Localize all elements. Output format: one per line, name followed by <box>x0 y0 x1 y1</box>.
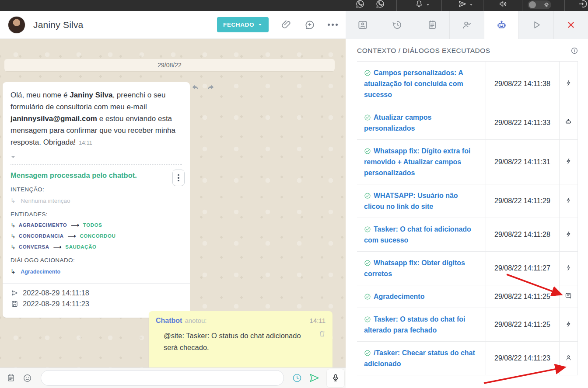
row-datetime: 29/08/22 14:11:25 <box>486 285 559 308</box>
dialog-link[interactable]: Campos personalizados: A atualização foi… <box>364 69 463 98</box>
tab-history[interactable] <box>380 11 415 39</box>
audio-record-button[interactable] <box>327 369 344 387</box>
new-note-icon[interactable] <box>304 19 315 31</box>
message-menu-caret-icon[interactable] <box>10 155 16 159</box>
app-window: Janiny Silva FECHADO 29/08/22 <box>0 0 588 388</box>
toggle-knob <box>529 1 536 8</box>
schedule-send-icon[interactable] <box>292 373 302 383</box>
tab-notes[interactable] <box>415 11 450 39</box>
tab-agent-assign[interactable] <box>450 11 484 39</box>
message-text: Olá, meu nome é Janiny Silva, preenchi o… <box>10 89 182 149</box>
intent-label: INTENÇÃO: <box>10 186 182 193</box>
status-dropdown-button[interactable]: FECHADO <box>217 17 269 32</box>
caret-down-icon <box>258 22 262 27</box>
check-circle-icon <box>364 114 371 121</box>
message-input[interactable] <box>41 370 284 386</box>
contact-avatar[interactable] <box>8 16 25 34</box>
send-campaign-caret-icon[interactable] <box>469 3 473 7</box>
entity-value: SAUDAÇÃO <box>65 244 96 249</box>
lightning-icon <box>565 320 572 328</box>
paperclip-icon[interactable] <box>281 19 292 30</box>
entity-value: CONCORDOU <box>80 233 116 239</box>
lightning-icon <box>565 79 572 87</box>
chat-note-icon <box>564 292 572 300</box>
more-options-icon[interactable] <box>328 24 338 26</box>
info-icon[interactable] <box>570 47 578 55</box>
saved-timestamp-row: 2022-08-29 14:11:23 <box>10 300 182 308</box>
note-author: Chatbot <box>156 317 182 324</box>
sun-icon <box>543 2 550 8</box>
note-header: Chatbotanotou: 14:11 <box>156 317 326 325</box>
table-row: WHATSAPP: Usuário não clicou no link do … <box>357 184 578 218</box>
row-datetime: 29/08/22 14:11:38 <box>486 62 559 106</box>
forward-icon[interactable] <box>206 84 215 92</box>
sent-timestamp: 2022-08-29 14:11:18 <box>23 289 89 297</box>
entity-name: CONCORDANCIA <box>19 233 64 239</box>
incoming-message-bubble: Olá, meu nome é Janiny Silva, preenchi o… <box>3 82 190 318</box>
lightning-icon <box>565 264 572 271</box>
chat-panel: Janiny Silva FECHADO 29/08/22 <box>0 11 346 388</box>
dialog-link[interactable]: Atualizar campos personalizados <box>364 114 431 132</box>
table-row: Tasker: O status do chat foi alterado pa… <box>357 308 578 342</box>
row-datetime: 29/08/22 14:11:23 <box>486 342 559 375</box>
entity-row: ↳ CONCORDANCIA ⟶ CONCORDOU <box>10 232 182 239</box>
whatsapp-icon-2[interactable] <box>375 0 385 9</box>
dialog-link[interactable]: WHATSAPP: Usuário não clicou no link do … <box>364 192 458 210</box>
tab-start-flow[interactable] <box>519 11 553 39</box>
dialog-link[interactable]: /Tasker: Checar status do chat adicionad… <box>364 349 475 367</box>
dialog-link[interactable]: Tasker: O chat foi adicionado com sucess… <box>364 225 471 244</box>
chat-header: Janiny Silva FECHADO <box>0 11 346 39</box>
send-button[interactable] <box>308 372 320 384</box>
dialog-link[interactable]: Tasker: O status do chat foi alterado pa… <box>364 315 466 334</box>
lightning-icon <box>565 157 572 165</box>
notifications-caret-icon[interactable] <box>426 3 430 7</box>
check-circle-icon <box>364 226 371 233</box>
tab-contact-info[interactable] <box>346 11 380 39</box>
contact-name: Janiny Silva <box>33 20 83 30</box>
save-icon <box>10 300 19 308</box>
send-campaign-icon[interactable] <box>458 0 467 9</box>
clipboard-icon <box>427 19 438 31</box>
lightning-icon <box>565 230 572 238</box>
table-row: Whatsapp fix: Dígito extra foi removido … <box>357 140 578 184</box>
kebab-menu-button[interactable] <box>172 170 185 186</box>
divider <box>10 164 182 165</box>
tab-close-chat[interactable] <box>554 11 588 39</box>
triggered-dialog-label: DIÁLOGO ACIONADO: <box>10 257 182 263</box>
notifications-bell-icon[interactable] <box>414 0 424 9</box>
triggered-dialog-link[interactable]: Agradecimento <box>21 269 60 275</box>
logout-icon[interactable] <box>578 0 588 9</box>
row-datetime: 29/08/22 14:11:28 <box>486 218 559 252</box>
emoji-picker-icon[interactable] <box>22 373 32 383</box>
dialog-link[interactable]: Whatsapp fix: Obter dígitos corretos <box>364 259 465 277</box>
row-datetime: 29/08/22 14:11:31 <box>486 140 559 184</box>
panel-tab-bar <box>346 11 588 39</box>
lightning-icon <box>565 197 572 204</box>
row-datetime: 29/08/22 14:11:29 <box>486 184 559 218</box>
dialog-link[interactable]: Whatsapp fix: Dígito extra foi removido … <box>364 147 470 177</box>
play-icon <box>531 19 542 31</box>
intent-value: Nenhuma intenção <box>21 197 70 204</box>
chatbot-note-bubble: Chatbotanotou: 14:11 @site: Tasker: O st… <box>149 311 332 367</box>
row-datetime: 29/08/22 14:11:27 <box>486 252 559 285</box>
tab-chatbot-context[interactable] <box>484 11 519 39</box>
robot-icon <box>496 19 508 31</box>
entity-name: AGRADECIMENTO <box>19 222 67 228</box>
trash-icon[interactable] <box>318 329 326 338</box>
history-icon <box>392 19 403 31</box>
whatsapp-icon[interactable] <box>355 0 365 9</box>
table-row: /Tasker: Checar status do chat adicionad… <box>357 342 578 375</box>
close-x-icon <box>566 20 576 30</box>
topbar-icons <box>346 0 588 11</box>
dialog-link[interactable]: Agradecimento <box>374 293 424 300</box>
quick-replies-icon[interactable] <box>6 373 16 383</box>
reply-icon[interactable] <box>191 84 200 92</box>
check-circle-icon <box>364 260 371 267</box>
person-icon <box>565 354 572 361</box>
sent-timestamp-row: 2022-08-29 14:11:18 <box>10 289 182 297</box>
sound-icon[interactable] <box>498 0 508 9</box>
note-time: 14:11 <box>310 317 326 324</box>
theme-toggle[interactable] <box>528 0 551 9</box>
executed-dialogs-table: Campos personalizados: A atualização foi… <box>357 61 578 375</box>
chatbot-block-title: Mensagem processada pelo chatbot. <box>10 171 182 180</box>
